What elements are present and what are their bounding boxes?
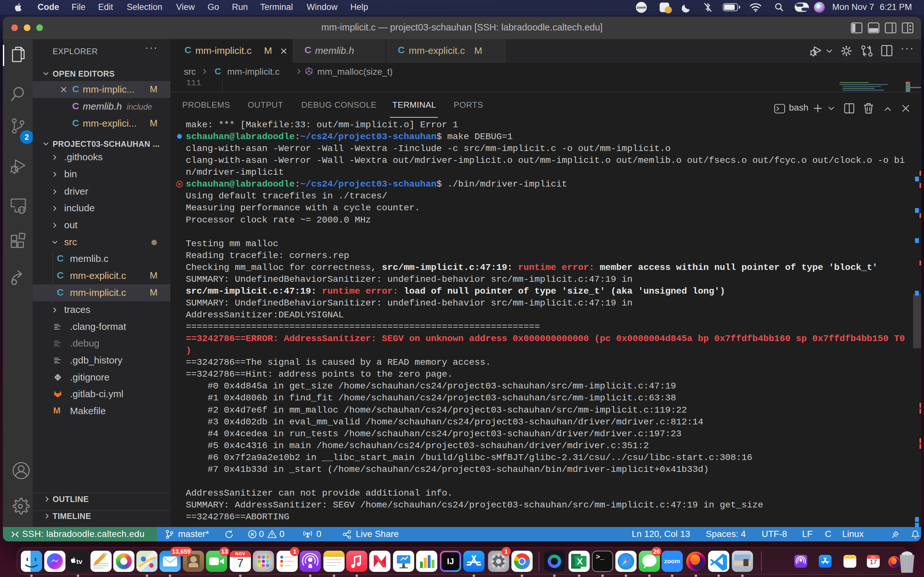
svg-text:tv: tv: [76, 558, 82, 565]
